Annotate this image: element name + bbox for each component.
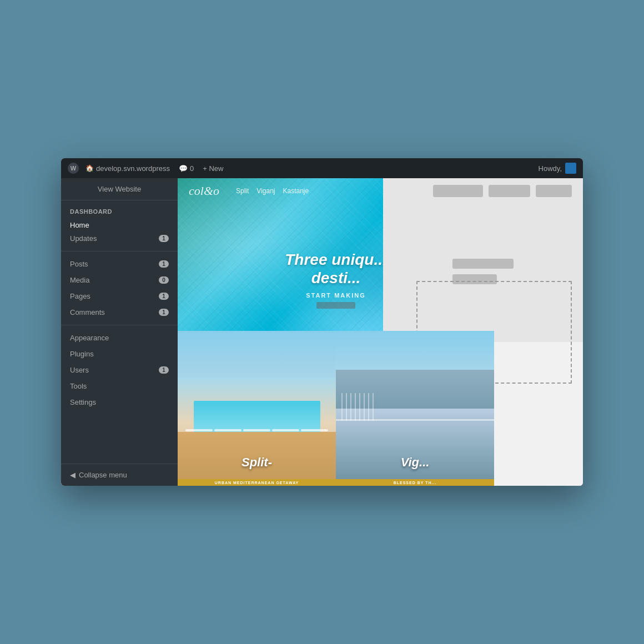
nav-placeholder-3 — [536, 185, 572, 197]
split-title: Split- — [178, 455, 336, 470]
sidebar-item-home[interactable]: Home — [61, 217, 178, 230]
split-card-label: Split- — [178, 455, 336, 470]
admin-bar: W 🏠 develop.svn.wordpress 💬 0 + New Howd… — [61, 158, 583, 178]
site-link[interactable]: 🏠 develop.svn.wordpress — [85, 164, 170, 173]
viganj-subtitle: BLESSED BY TH... — [336, 479, 494, 486]
collapse-menu-button[interactable]: ◀ Collapse menu — [61, 464, 178, 486]
lounger-3 — [243, 429, 270, 431]
nav-placeholder-1 — [433, 185, 483, 197]
comments-count: 0 — [190, 164, 194, 173]
site-logo: col&o — [189, 184, 219, 198]
sidebar-item-updates[interactable]: Updates 1 — [61, 230, 178, 246]
home-icon: 🏠 — [85, 164, 94, 172]
sidebar: View Website Dashboard Home Updates 1 Po… — [61, 178, 178, 486]
view-website-button[interactable]: View Website — [61, 178, 178, 200]
post-3 — [350, 393, 351, 421]
media-badge: 0 — [159, 276, 169, 284]
viganj-card[interactable]: Vig... BLESSED BY TH... — [336, 331, 494, 486]
lounger-4 — [272, 429, 299, 431]
text-placeholder-1 — [452, 259, 514, 269]
post-1 — [341, 393, 343, 421]
sky — [178, 331, 336, 378]
site-nav-links: Split Viganj Kastanje — [236, 187, 309, 195]
post-2 — [346, 393, 347, 421]
posts-badge: 1 — [159, 260, 169, 268]
post-5 — [359, 393, 360, 421]
sidebar-item-users[interactable]: Users 1 — [61, 362, 178, 378]
updates-badge: 1 — [159, 235, 169, 242]
site-url: develop.svn.wordpress — [96, 164, 170, 173]
post-7 — [368, 393, 369, 421]
post-6 — [364, 393, 365, 421]
nav-link-viganj[interactable]: Viganj — [256, 187, 275, 195]
nav-placeholder-2 — [489, 185, 530, 197]
railing-posts — [336, 393, 494, 421]
viganj-title: Vig... — [336, 455, 494, 470]
sidebar-item-appearance[interactable]: Appearance — [61, 330, 178, 346]
lounger-1 — [185, 429, 213, 431]
comments-badge: 1 — [159, 309, 169, 316]
lounger-2 — [214, 429, 242, 431]
viganj-card-label: Vig... — [336, 455, 494, 470]
loungers — [185, 424, 328, 436]
wp-logo-icon[interactable]: W — [68, 163, 79, 174]
sidebar-item-tools[interactable]: Tools — [61, 378, 178, 394]
post-8 — [373, 393, 374, 421]
content-area: col&o Split Viganj Kastanje Three uniqu.… — [178, 178, 583, 486]
sidebar-item-media[interactable]: Media 0 — [61, 272, 178, 288]
user-avatar — [565, 163, 576, 174]
howdy-text: Howdy, — [539, 164, 562, 173]
sidebar-item-pages[interactable]: Pages 1 — [61, 288, 178, 304]
users-badge: 1 — [159, 366, 169, 374]
comment-icon: 💬 — [179, 164, 188, 173]
browser-window: W 🏠 develop.svn.wordpress 💬 0 + New Howd… — [61, 158, 583, 486]
cta-underline-block — [316, 302, 355, 309]
website-preview: col&o Split Viganj Kastanje Three uniqu.… — [178, 178, 583, 486]
post-4 — [355, 393, 356, 421]
comments-link[interactable]: 💬 0 — [179, 164, 194, 173]
lounger-5 — [301, 429, 328, 431]
destination-cards: Split- URBAN MEDITERRANEAN GETAWAY — [178, 331, 494, 486]
collapse-label: Collapse menu — [79, 471, 127, 479]
dashboard-section-label: Dashboard — [61, 200, 178, 217]
split-card[interactable]: Split- URBAN MEDITERRANEAN GETAWAY — [178, 331, 336, 486]
collapse-icon: ◀ — [70, 471, 76, 479]
sidebar-item-settings[interactable]: Settings — [61, 394, 178, 410]
sidebar-item-comments[interactable]: Comments 1 — [61, 304, 178, 320]
pages-badge: 1 — [159, 293, 169, 300]
new-content-button[interactable]: + New — [203, 164, 223, 173]
sidebar-divider-2 — [61, 325, 178, 325]
howdy-menu[interactable]: Howdy, — [539, 163, 576, 174]
split-subtitle: URBAN MEDITERRANEAN GETAWAY — [178, 479, 336, 486]
sidebar-item-plugins[interactable]: Plugins — [61, 346, 178, 362]
nav-link-kastanje[interactable]: Kastanje — [283, 187, 309, 195]
sidebar-divider-1 — [61, 251, 178, 251]
nav-link-split[interactable]: Split — [236, 187, 249, 195]
main-layout: View Website Dashboard Home Updates 1 Po… — [61, 178, 583, 486]
sidebar-item-posts[interactable]: Posts 1 — [61, 256, 178, 272]
